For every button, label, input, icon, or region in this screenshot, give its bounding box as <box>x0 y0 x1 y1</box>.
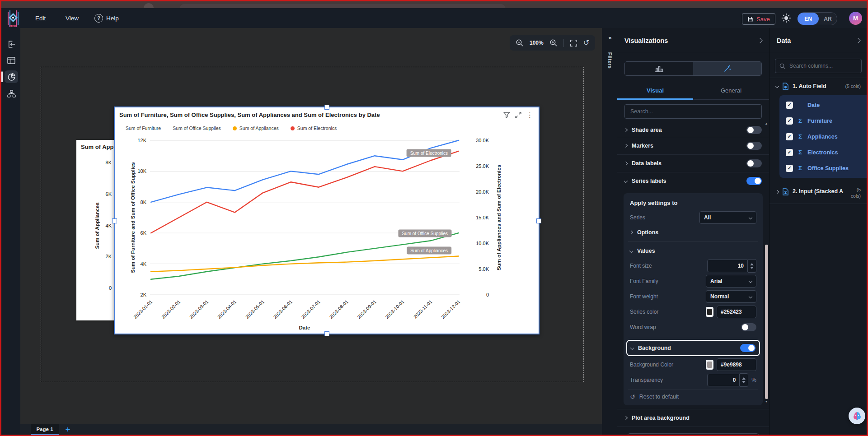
filters-collapsed-panel[interactable]: » Filters <box>602 28 618 435</box>
values-section[interactable]: Values <box>630 245 756 257</box>
collapse-data-icon[interactable] <box>855 38 860 43</box>
font-size-input[interactable] <box>707 260 748 272</box>
field-row-office-supplies[interactable]: ✓ΣOffice Supplies <box>779 160 867 176</box>
spin-up-icon[interactable] <box>742 377 746 380</box>
field-checkbox[interactable]: ✓ <box>786 117 793 125</box>
menu-help[interactable]: ? Help <box>94 8 119 28</box>
setting-data-labels[interactable]: Data labels <box>617 155 769 172</box>
transparency-row: Transparency % <box>630 373 756 387</box>
background-section[interactable]: Background <box>626 340 760 356</box>
report-canvas[interactable]: 100% ↺ Sum of App Sum of Appliances 8K6K… <box>20 28 602 424</box>
zoom-in-icon[interactable] <box>549 39 558 47</box>
scroll-up-icon[interactable]: ▲ <box>765 122 768 125</box>
data-group-1[interactable]: 1. Auto Field (5 cols) <box>769 78 867 94</box>
setting-series-labels[interactable]: Series labels <box>617 172 769 190</box>
collapse-viz-icon[interactable] <box>757 38 762 43</box>
shade-area-toggle[interactable] <box>746 126 762 134</box>
resize-handle-top[interactable] <box>324 105 329 110</box>
x-axis-tick: 2023-06-01 <box>272 299 293 320</box>
resize-handle-bottom[interactable] <box>324 331 329 336</box>
field-row-appliances[interactable]: ✓ΣAppliances <box>779 129 867 144</box>
fit-screen-icon[interactable] <box>570 39 577 47</box>
series-color-input[interactable] <box>717 306 756 318</box>
hierarchy-view-button[interactable] <box>5 88 18 100</box>
prism-logo[interactable]: PRISM <box>5 9 23 28</box>
reset-to-default-link[interactable]: ↺ Reset to default <box>630 394 756 400</box>
add-page-button[interactable]: + <box>59 424 77 435</box>
options-section[interactable]: Options <box>630 226 756 239</box>
series-label-badge[interactable]: Sum of Office Supplies <box>398 230 451 237</box>
background-color-input[interactable] <box>717 358 756 371</box>
data-labels-label: Data labels <box>632 160 742 167</box>
setting-plot-area-background[interactable]: Plot area background <box>617 409 769 427</box>
spin-down-icon[interactable] <box>742 381 746 383</box>
field-row-electronics[interactable]: ✓ΣElectronics <box>779 144 867 160</box>
user-avatar[interactable]: M <box>849 12 862 25</box>
charts-view-button[interactable] <box>5 70 18 83</box>
series-color-swatch[interactable] <box>706 307 713 317</box>
word-wrap-toggle[interactable] <box>741 323 756 331</box>
scrollbar-thumb[interactable] <box>765 245 768 399</box>
series-labels-toggle[interactable] <box>746 177 762 185</box>
field-checkbox[interactable]: ✓ <box>786 133 793 140</box>
tab-visual[interactable]: Visual <box>617 81 693 99</box>
assistant-fab[interactable] <box>849 408 865 424</box>
transparency-input[interactable] <box>707 374 740 386</box>
background-color-swatch[interactable] <box>706 360 713 370</box>
save-button[interactable]: Save <box>742 13 775 25</box>
markers-label: Markers <box>632 143 742 149</box>
field-row-date[interactable]: ✓Date <box>779 97 867 113</box>
scroll-down-icon[interactable]: ▼ <box>765 400 768 403</box>
filters-expand-icon[interactable]: » <box>602 34 618 41</box>
viz-search-input[interactable] <box>629 108 757 115</box>
spin-down-icon[interactable] <box>750 267 754 269</box>
zoom-out-icon[interactable] <box>516 39 524 47</box>
transparency-spinner[interactable] <box>740 373 748 387</box>
divider <box>628 390 758 390</box>
markers-toggle[interactable] <box>746 142 762 150</box>
font-weight-dropdown[interactable]: Normal <box>706 290 756 303</box>
spin-up-icon[interactable] <box>750 263 754 265</box>
setting-shade-area[interactable]: Shade area <box>617 123 769 137</box>
line-chart-card[interactable]: Sum of Furniture, Sum of Office Supplies… <box>114 107 540 334</box>
menu-edit[interactable]: Edit <box>35 8 46 28</box>
theme-toggle[interactable] <box>781 13 792 25</box>
background-label: Background <box>638 345 736 351</box>
reset-to-default-button[interactable]: ↺ Reset to default <box>627 433 759 435</box>
lang-ar-button[interactable]: AR <box>819 16 837 22</box>
series-dropdown[interactable]: All <box>699 211 756 224</box>
x-axis-tick: 2023-08-01 <box>328 299 349 320</box>
tab-general[interactable]: General <box>693 81 769 99</box>
series-label-badge[interactable]: Sum of Appliances <box>407 246 451 254</box>
reset-zoom-icon[interactable]: ↺ <box>583 40 589 46</box>
left-axis-tick: 12K <box>137 138 146 143</box>
plot-area-background-label: Plot area background <box>632 415 762 421</box>
data-labels-toggle[interactable] <box>746 159 762 167</box>
field-row-furniture[interactable]: ✓ΣFurniture <box>779 113 867 129</box>
field-checkbox[interactable]: ✓ <box>786 165 793 172</box>
page-tab-1[interactable]: Page 1 <box>31 424 59 435</box>
field-label: Date <box>807 102 820 108</box>
series-label-badge[interactable]: Sum of Electronics <box>407 149 451 157</box>
bar-chart-icon <box>655 65 664 72</box>
chevron-right-icon <box>629 231 633 234</box>
background-toggle[interactable] <box>740 344 755 352</box>
data-group-2[interactable]: 2. Input (Stacked Area C... (5 cols) <box>769 182 867 204</box>
field-checkbox[interactable]: ✓ <box>786 102 793 109</box>
setting-markers[interactable]: Markers <box>617 137 769 155</box>
menu-view[interactable]: View <box>66 8 79 28</box>
layout-view-button[interactable] <box>5 54 18 67</box>
data-search-input[interactable] <box>788 62 857 70</box>
word-wrap-row: Word wrap <box>630 320 756 334</box>
language-toggle[interactable]: EN AR <box>798 12 837 25</box>
lang-en-button[interactable]: EN <box>798 13 819 25</box>
format-tab[interactable] <box>693 62 761 75</box>
resize-handle-right[interactable] <box>536 218 541 223</box>
resize-handle-left[interactable] <box>112 218 117 223</box>
divider <box>628 337 758 337</box>
font-family-dropdown[interactable]: Arial <box>706 275 756 288</box>
chart-type-tab[interactable] <box>625 62 693 75</box>
collapse-panel-button[interactable] <box>5 38 18 51</box>
field-checkbox[interactable]: ✓ <box>786 149 793 156</box>
font-size-spinner[interactable] <box>748 259 756 273</box>
